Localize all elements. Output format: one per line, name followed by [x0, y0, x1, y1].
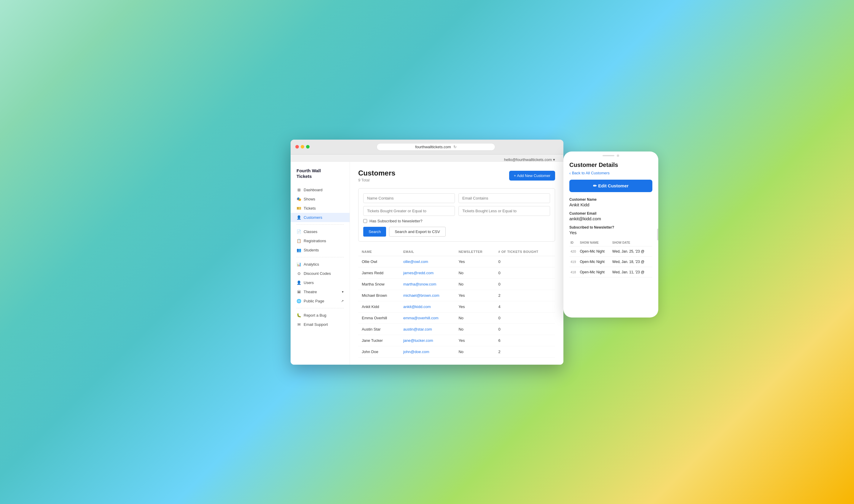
- table-row[interactable]: Austin Star austin@star.com No 0: [358, 323, 555, 335]
- col-tickets: # OF TICKETS BOUGHT: [495, 248, 555, 256]
- cell-email[interactable]: austin@star.com: [400, 323, 455, 335]
- ticket-show-date: Wed, Jan. 11, '23 @: [611, 267, 652, 277]
- table-row[interactable]: Emma Overhill emma@overhill.com No 0: [358, 312, 555, 323]
- back-arrow-icon: ‹: [569, 171, 571, 176]
- sidebar-item-report-bug[interactable]: 🐛 Report a Bug: [290, 311, 350, 320]
- name-contains-input[interactable]: [363, 193, 455, 203]
- cell-email[interactable]: martha@snow.com: [400, 278, 455, 290]
- table-row[interactable]: Ankit Kidd ankit@kidd.com Yes 4: [358, 301, 555, 312]
- customer-name-value: Ankit Kidd: [569, 202, 652, 207]
- user-email: hello@fourthwalltickets.com: [504, 158, 552, 162]
- cell-tickets: 0: [495, 267, 555, 278]
- cell-email[interactable]: john@doe.com: [400, 346, 455, 357]
- ticket-id: 419: [569, 256, 579, 267]
- app-logo: Fourth WallTickets: [290, 168, 350, 185]
- cell-name: Ollie Owl: [358, 256, 400, 267]
- cell-name: Ankit Kidd: [358, 301, 400, 312]
- sidebar-item-public-page[interactable]: 🌐 Public Page ↗: [290, 296, 350, 306]
- cell-name: Austin Star: [358, 323, 400, 335]
- cell-name: John Doe: [358, 346, 400, 357]
- notch-camera: [617, 155, 619, 157]
- cell-email[interactable]: michael@brown.com: [400, 290, 455, 301]
- cell-tickets: 0: [495, 278, 555, 290]
- users-icon: 👤: [297, 281, 301, 285]
- page-header: Customers 9 Total + Add New Customer: [358, 169, 555, 182]
- sidebar-label-report-bug: Report a Bug: [304, 313, 326, 318]
- page-title-block: Customers 9 Total: [358, 169, 395, 182]
- cell-newsletter: Yes: [455, 256, 495, 267]
- cell-email[interactable]: jane@tucker.com: [400, 335, 455, 346]
- dropdown-icon[interactable]: ▾: [553, 158, 555, 162]
- back-link[interactable]: ‹ Back to All Customers: [569, 171, 652, 176]
- total-count: 9 Total: [358, 178, 395, 182]
- cell-tickets: 6: [495, 335, 555, 346]
- app-body: Fourth WallTickets ⊞ Dashboard 🎭 Shows 🎫…: [290, 162, 564, 365]
- notch-bar: [603, 155, 615, 156]
- analytics-icon: 📊: [297, 262, 301, 267]
- sidebar-item-registrations[interactable]: 📋 Registrations: [290, 236, 350, 246]
- newsletter-checkbox[interactable]: [363, 219, 367, 223]
- sidebar-item-dashboard[interactable]: ⊞ Dashboard: [290, 185, 350, 195]
- sidebar-item-email-support[interactable]: ✉ Email Support: [290, 320, 350, 329]
- sidebar-item-customers[interactable]: 👤 Customers: [290, 213, 350, 222]
- sidebar-nav-primary: ⊞ Dashboard 🎭 Shows 🎫 Tickets 👤 Customer…: [290, 185, 350, 222]
- cell-email[interactable]: james@redd.com: [400, 267, 455, 278]
- cell-name: Martha Snow: [358, 278, 400, 290]
- cell-newsletter: No: [455, 267, 495, 278]
- search-button[interactable]: Search: [363, 227, 386, 237]
- table-body: Ollie Owl ollie@owl.com Yes 0 James Redd…: [358, 256, 555, 357]
- customers-icon: 👤: [297, 215, 301, 220]
- sidebar-item-analytics[interactable]: 📊 Analytics: [290, 260, 350, 269]
- add-customer-button[interactable]: + Add New Customer: [509, 171, 555, 181]
- tickets-icon: 🎫: [297, 206, 301, 211]
- ticket-row: 418 Open-Mic Night Wed, Jan. 11, '23 @: [569, 267, 652, 277]
- table-row[interactable]: Michael Brown michael@brown.com Yes 2: [358, 290, 555, 301]
- newsletter-label: Subscribed to Newsletter?: [569, 225, 652, 230]
- ticket-id: 420: [569, 246, 579, 256]
- sidebar-item-discount-codes[interactable]: ⊙ Discount Codes: [290, 269, 350, 278]
- tickets-gte-input[interactable]: [363, 206, 455, 216]
- close-button[interactable]: [295, 145, 299, 148]
- mobile-body: Customer Details ‹ Back to All Customers…: [564, 157, 658, 284]
- filters-panel: Has Subscribed to Newsletter? Search Sea…: [358, 188, 555, 241]
- cell-email[interactable]: emma@overhill.com: [400, 312, 455, 323]
- email-contains-input[interactable]: [459, 193, 550, 203]
- cell-email[interactable]: ankit@kidd.com: [400, 301, 455, 312]
- sidebar-item-classes[interactable]: 📄 Classes: [290, 227, 350, 236]
- mobile-notch: [564, 151, 658, 157]
- cell-newsletter: No: [455, 312, 495, 323]
- sidebar-divider-2: [297, 257, 344, 257]
- cell-newsletter: Yes: [455, 290, 495, 301]
- sidebar-item-shows[interactable]: 🎭 Shows: [290, 195, 350, 204]
- cell-email[interactable]: ollie@owl.com: [400, 256, 455, 267]
- export-button[interactable]: Search and Export to CSV: [389, 227, 445, 237]
- table-row[interactable]: Ollie Owl ollie@owl.com Yes 0: [358, 256, 555, 267]
- sidebar-item-theatre[interactable]: 🏛 Theatre ▾: [290, 287, 350, 296]
- maximize-button[interactable]: [306, 145, 309, 148]
- cell-tickets: 4: [495, 301, 555, 312]
- ticket-show-name: Open-Mic Night: [579, 267, 611, 277]
- ticket-show-name: Open-Mic Night: [579, 256, 611, 267]
- table-row[interactable]: John Doe john@doe.com No 2: [358, 346, 555, 357]
- reload-icon[interactable]: ↻: [453, 145, 457, 149]
- classes-icon: 📄: [297, 230, 301, 234]
- customer-email-label: Customer Email: [569, 211, 652, 216]
- ticket-show-date: Wed, Jan. 25, '23 @: [611, 246, 652, 256]
- edit-customer-button[interactable]: ✏ Edit Customer: [569, 180, 652, 192]
- external-link-icon: ↗: [341, 299, 344, 303]
- page-title: Customers: [358, 169, 395, 177]
- tickets-lte-input[interactable]: [459, 206, 550, 216]
- theatre-icon: 🏛: [297, 290, 301, 294]
- table-row[interactable]: Martha Snow martha@snow.com No 0: [358, 278, 555, 290]
- mobile-scrollbar[interactable]: [657, 229, 658, 240]
- sidebar-item-students[interactable]: 👥 Students: [290, 246, 350, 255]
- tickets-table-body: 420 Open-Mic Night Wed, Jan. 25, '23 @ 4…: [569, 246, 652, 277]
- tickets-table: ID SHOW NAME SHOW DATE 420 Open-Mic Nigh…: [569, 239, 652, 277]
- minimize-button[interactable]: [301, 145, 304, 148]
- address-bar[interactable]: fourthwalltickets.com ↻: [377, 143, 495, 150]
- sidebar-label-users: Users: [304, 281, 314, 285]
- sidebar-item-tickets[interactable]: 🎫 Tickets: [290, 204, 350, 213]
- sidebar-item-users[interactable]: 👤 Users: [290, 278, 350, 287]
- table-row[interactable]: James Redd james@redd.com No 0: [358, 267, 555, 278]
- table-row[interactable]: Jane Tucker jane@tucker.com Yes 6: [358, 335, 555, 346]
